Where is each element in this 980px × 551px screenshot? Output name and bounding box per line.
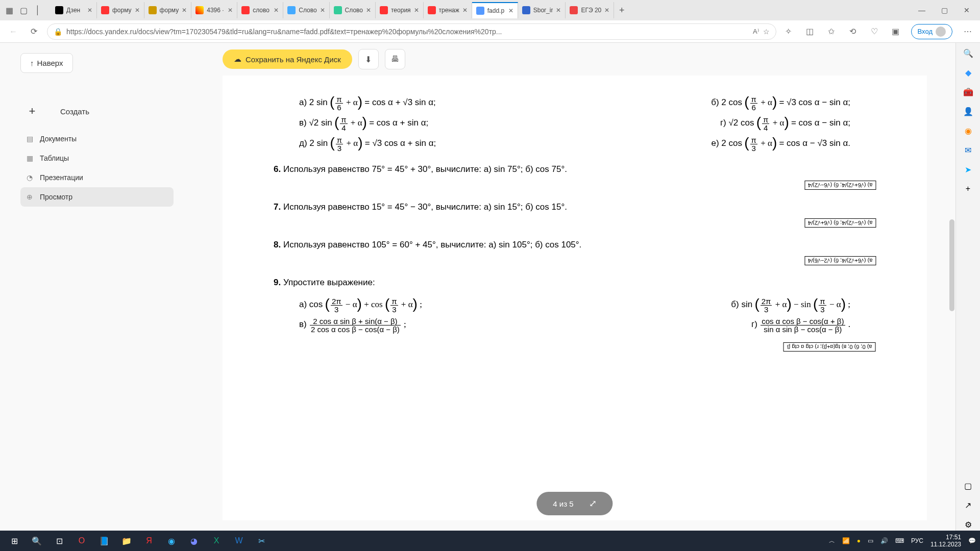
- tab-9-active[interactable]: fadd.p✕: [472, 2, 518, 18]
- save-to-disk-button[interactable]: ☁ Сохранить на Яндекс Диск: [223, 49, 352, 69]
- tab-title: форму: [112, 7, 132, 14]
- close-icon[interactable]: ✕: [320, 7, 325, 14]
- print-button[interactable]: 🖶: [385, 49, 405, 69]
- menu-icon[interactable]: ⋯: [962, 26, 974, 38]
- word-icon[interactable]: W: [229, 533, 249, 549]
- minimize-button[interactable]: —: [917, 5, 927, 15]
- tab-4[interactable]: слово✕: [237, 2, 283, 18]
- maximize-button[interactable]: ▢: [939, 5, 949, 15]
- tab-3[interactable]: 4396 ·✕: [191, 2, 237, 18]
- snip-icon[interactable]: ✂: [251, 533, 272, 549]
- tab-title: Дзен: [66, 7, 84, 14]
- cloud-icon: ☁: [234, 55, 241, 64]
- create-button[interactable]: + Создать: [20, 98, 174, 124]
- tab-title: тренаж: [439, 7, 459, 14]
- discord-icon[interactable]: ◕: [184, 533, 204, 549]
- start-button[interactable]: ⊞: [4, 533, 24, 549]
- people-rail-icon[interactable]: 👤: [962, 105, 974, 117]
- close-icon[interactable]: ✕: [135, 7, 140, 14]
- tab-6[interactable]: Слово✕: [330, 2, 376, 18]
- collections-icon[interactable]: ✩: [825, 26, 838, 38]
- tab-7[interactable]: теория✕: [376, 2, 424, 18]
- close-icon[interactable]: ✕: [414, 7, 419, 14]
- close-icon[interactable]: ✕: [462, 7, 468, 14]
- notifications-icon[interactable]: 💬: [968, 537, 976, 544]
- excel-icon[interactable]: X: [206, 533, 227, 549]
- close-icon[interactable]: ✕: [228, 7, 233, 14]
- document-scroll[interactable]: а) 2 sin (π6 + α) = cos α + √3 sin α; б)…: [194, 76, 955, 531]
- edge-sidebar: 🔍 ◆ 🧰 👤 ◉ ✉ ➤ + ▢ ↗ ⚙: [955, 43, 980, 531]
- tray-app-icon[interactable]: ●: [857, 537, 861, 544]
- close-icon[interactable]: ✕: [274, 7, 279, 14]
- close-icon[interactable]: ✕: [604, 7, 609, 14]
- equation-9a: а) cos (2π3 − α) + cos (π3 + α) ;: [299, 297, 422, 313]
- explorer-icon[interactable]: 📁: [116, 533, 137, 549]
- vertical-scrollbar[interactable]: [948, 0, 955, 551]
- workspace-icon[interactable]: ▦: [4, 5, 14, 15]
- table-icon: ▦: [24, 153, 35, 163]
- edge-icon[interactable]: ◉: [161, 533, 182, 549]
- read-aloud-icon[interactable]: A⁾: [753, 28, 759, 35]
- url-text: https://docs.yandex.ru/docs/view?tm=1702…: [66, 28, 749, 36]
- close-icon[interactable]: ✕: [366, 7, 371, 14]
- split-icon[interactable]: ◫: [804, 26, 816, 38]
- add-rail-icon[interactable]: +: [962, 183, 974, 195]
- close-window-button[interactable]: ✕: [962, 5, 972, 15]
- shopping-rail-icon[interactable]: ◆: [962, 66, 974, 79]
- yandex-icon[interactable]: Я: [139, 533, 159, 549]
- sidebar-item-tables[interactable]: ▦Таблицы: [20, 148, 174, 168]
- taskview-icon[interactable]: ⊡: [49, 533, 69, 549]
- back-button[interactable]: ←: [6, 24, 20, 39]
- sidebar-item-presentations[interactable]: ◔Презентации: [20, 168, 174, 187]
- task-8: 8. Используя равенство 105° = 60° + 45°,…: [274, 240, 876, 250]
- fullscreen-button[interactable]: ⤢: [589, 498, 597, 509]
- tab-8[interactable]: тренаж✕: [424, 2, 472, 18]
- tools-rail-icon[interactable]: 🧰: [962, 86, 974, 98]
- tab-10[interactable]: Sbor_ir✕: [518, 2, 566, 18]
- tab-title: fadd.p: [487, 7, 505, 14]
- download-button[interactable]: ⬇: [358, 49, 379, 69]
- equation-5d: д) 2 sin (π3 + α) = √3 cos α + sin α;: [299, 136, 436, 152]
- wifi-icon[interactable]: 📶: [842, 537, 850, 544]
- language-indicator[interactable]: РУС: [911, 537, 923, 544]
- new-tab-button[interactable]: +: [614, 5, 629, 16]
- refresh-button[interactable]: ⟳: [27, 24, 41, 39]
- sidebar-item-view[interactable]: ⊕Просмотр: [20, 187, 174, 207]
- close-icon[interactable]: ✕: [508, 7, 513, 14]
- scroll-thumb[interactable]: [949, 219, 954, 311]
- panel-rail-icon[interactable]: ▢: [962, 480, 974, 492]
- office-rail-icon[interactable]: ◉: [962, 124, 974, 137]
- login-button[interactable]: Вход: [911, 24, 952, 39]
- scroll-top-button[interactable]: ↑ Наверх: [20, 53, 73, 73]
- opera-icon[interactable]: O: [71, 533, 92, 549]
- mobile-icon[interactable]: ▣: [890, 26, 902, 38]
- tab-2[interactable]: форму✕: [144, 2, 192, 18]
- heart-icon[interactable]: ♡: [868, 26, 880, 38]
- favorite-icon[interactable]: ☆: [763, 28, 770, 36]
- tab-overview-icon[interactable]: ▢: [18, 5, 29, 15]
- outlook-rail-icon[interactable]: ✉: [962, 144, 974, 156]
- settings-rail-icon[interactable]: ⚙: [962, 518, 974, 531]
- tab-11[interactable]: ЕГЭ 20✕: [566, 2, 614, 18]
- send-rail-icon[interactable]: ➤: [962, 163, 974, 176]
- extension-icon[interactable]: ✧: [782, 26, 795, 38]
- tray-chevron-icon[interactable]: ︿: [829, 537, 835, 545]
- notebook-icon[interactable]: 📘: [94, 533, 114, 549]
- tab-1[interactable]: форму✕: [97, 2, 144, 18]
- tab-0[interactable]: Дзен✕: [51, 2, 97, 18]
- tab-title: Слово: [345, 7, 363, 14]
- search-taskbar-icon[interactable]: 🔍: [27, 533, 47, 549]
- search-rail-icon[interactable]: 🔍: [962, 47, 974, 59]
- close-icon[interactable]: ✕: [87, 7, 92, 14]
- url-input[interactable]: 🔒 https://docs.yandex.ru/docs/view?tm=17…: [47, 23, 776, 40]
- share-rail-icon[interactable]: ↗: [962, 499, 974, 511]
- volume-icon[interactable]: 🔊: [880, 537, 888, 544]
- battery-icon[interactable]: ▭: [868, 537, 873, 544]
- sidebar-item-documents[interactable]: ▤Документы: [20, 129, 174, 148]
- close-icon[interactable]: ✕: [556, 7, 561, 14]
- keyboard-icon[interactable]: ⌨: [895, 537, 904, 544]
- close-icon[interactable]: ✕: [182, 7, 187, 14]
- tab-5[interactable]: Слово✕: [283, 2, 329, 18]
- sync-icon[interactable]: ⟲: [847, 26, 859, 38]
- system-clock[interactable]: 17:51 11.12.2023: [930, 534, 961, 548]
